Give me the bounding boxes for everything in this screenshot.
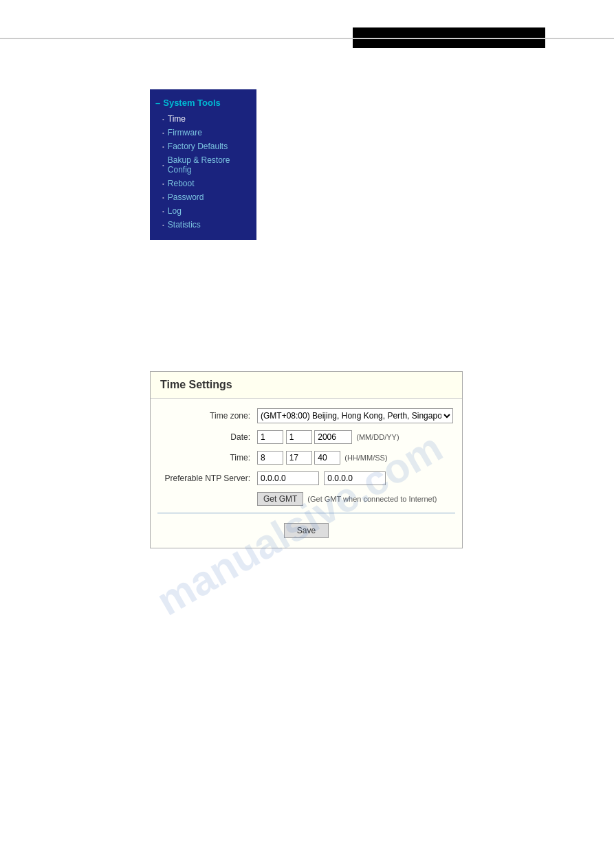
get-gmt-button[interactable]: Get GMT — [257, 492, 303, 506]
bullet-icon: • — [162, 162, 164, 168]
timezone-select[interactable]: (GMT+08:00) Beijing, Hong Kong, Perth, S… — [257, 408, 453, 423]
time-hint: (HH/MM/SS) — [344, 454, 387, 462]
date-hint: (MM/DD/YY) — [356, 433, 399, 441]
ntp-input-1[interactable] — [257, 471, 319, 485]
bullet-icon: • — [162, 208, 164, 214]
time-hour-input[interactable] — [257, 451, 283, 465]
time-row: Time: (HH/MM/SS) — [157, 451, 455, 465]
divider — [157, 513, 455, 513]
sidebar-item-label: Statistics — [168, 220, 201, 230]
timezone-label: Time zone: — [157, 411, 257, 421]
sidebar-item-label: Log — [168, 206, 182, 216]
time-settings-panel: Time Settings Time zone: (GMT+08:00) Bei… — [150, 371, 463, 548]
bullet-icon: • — [162, 130, 164, 136]
bullet-icon: • — [162, 194, 164, 201]
ntp-row: Preferable NTP Server: — [157, 471, 455, 485]
sidebar-item-password[interactable]: • Password — [150, 190, 256, 204]
sidebar-title-label: System Tools — [163, 98, 221, 108]
date-label: Date: — [157, 432, 257, 442]
bullet-icon: • — [162, 116, 164, 122]
save-row: Save — [157, 520, 455, 541]
sidebar-item-backup-restore[interactable]: • Bakup & Restore Config — [150, 153, 256, 177]
sidebar-title: – System Tools — [150, 95, 256, 112]
time-settings-title: Time Settings — [151, 372, 462, 399]
bullet-icon: • — [162, 222, 164, 228]
time-settings-title-label: Time Settings — [160, 379, 232, 390]
sidebar-item-statistics[interactable]: • Statistics — [150, 218, 256, 232]
collapse-icon: – — [155, 98, 160, 108]
time-label: Time: — [157, 453, 257, 463]
sidebar-item-label: Firmware — [168, 128, 202, 137]
sidebar-item-label: Time — [168, 114, 186, 124]
date-row: Date: (MM/DD/YY) — [157, 430, 455, 444]
bullet-icon: • — [162, 144, 164, 150]
header-divider — [0, 38, 614, 39]
sidebar: – System Tools • Time • Firmware • Facto… — [150, 89, 256, 240]
date-day-input[interactable] — [286, 430, 312, 444]
sidebar-item-reboot[interactable]: • Reboot — [150, 177, 256, 190]
sidebar-item-factory-defaults[interactable]: • Factory Defaults — [150, 140, 256, 153]
get-gmt-row: Get GMT (Get GMT when connected to Inter… — [157, 492, 455, 506]
sidebar-item-time[interactable]: • Time — [150, 112, 256, 126]
sidebar-item-label: Reboot — [168, 179, 195, 188]
date-month-input[interactable] — [257, 430, 283, 444]
timezone-row: Time zone: (GMT+08:00) Beijing, Hong Kon… — [157, 408, 455, 423]
ntp-label: Preferable NTP Server: — [157, 474, 257, 483]
sidebar-item-label: Factory Defaults — [168, 142, 228, 151]
sidebar-item-label: Bakup & Restore Config — [168, 155, 251, 175]
sidebar-item-log[interactable]: • Log — [150, 204, 256, 218]
time-settings-body: Time zone: (GMT+08:00) Beijing, Hong Kon… — [151, 399, 462, 548]
ntp-input-2[interactable] — [324, 471, 386, 485]
date-year-input[interactable] — [314, 430, 352, 444]
time-second-input[interactable] — [314, 451, 340, 465]
sidebar-item-label: Password — [168, 192, 204, 202]
save-button[interactable]: Save — [284, 523, 329, 538]
time-minute-input[interactable] — [286, 451, 312, 465]
bullet-icon: • — [162, 181, 164, 187]
sidebar-item-firmware[interactable]: • Firmware — [150, 126, 256, 140]
get-gmt-hint: (Get GMT when connected to Internet) — [307, 495, 437, 503]
